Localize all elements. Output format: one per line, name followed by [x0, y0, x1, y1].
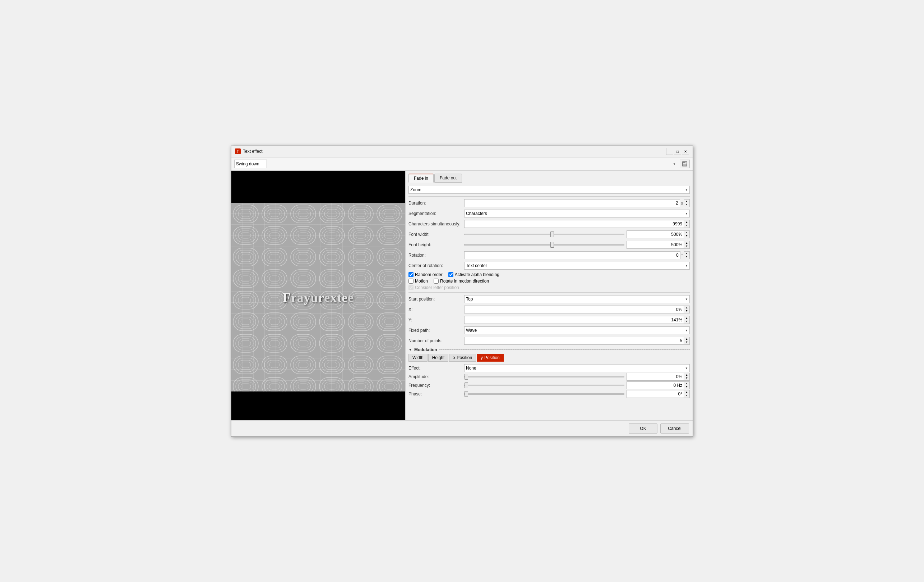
tab-fade-in[interactable]: Fade in	[409, 174, 434, 183]
frequency-input[interactable]	[627, 381, 684, 389]
chars-simultaneously-row: Characters simultaneously: ▲ ▼	[409, 220, 690, 228]
rotation-up[interactable]: ▲	[684, 251, 690, 255]
x-position-down[interactable]: ▼	[684, 309, 690, 312]
y-position-down[interactable]: ▼	[684, 319, 690, 323]
mod-effect-row: Effect: None Sine Triangle Square	[409, 364, 690, 372]
cancel-button[interactable]: Cancel	[660, 423, 689, 433]
num-points-input[interactable]	[464, 337, 684, 345]
phase-arrows: ▲ ▼	[684, 390, 690, 398]
y-position-input[interactable]	[464, 316, 684, 324]
amplitude-down[interactable]: ▼	[684, 376, 690, 380]
modulation-header: ▼ Modulation	[409, 347, 690, 352]
segmentation-select[interactable]: Characters Words Lines	[464, 210, 690, 218]
fade-tabs: Fade in Fade out	[409, 174, 690, 183]
frequency-down[interactable]: ▼	[684, 385, 690, 388]
font-width-up[interactable]: ▲	[684, 231, 690, 234]
rotation-row: Rotation: ° ▲ ▼	[409, 251, 690, 260]
mod-tab-xposition[interactable]: x-Position	[449, 354, 476, 362]
chars-simultaneously-input[interactable]	[464, 220, 684, 228]
motion-label[interactable]: Motion	[415, 279, 428, 284]
num-points-spinbox: ▲ ▼	[464, 337, 690, 345]
frequency-up[interactable]: ▲	[684, 382, 690, 385]
phase-down[interactable]: ▼	[684, 394, 690, 397]
phase-slider[interactable]	[464, 393, 624, 395]
modulation-line	[439, 349, 690, 350]
save-button[interactable]	[680, 160, 690, 168]
modulation-tabs: Width Height x-Position y-Position	[409, 354, 690, 362]
separator	[409, 196, 690, 197]
close-button[interactable]: ✕	[682, 148, 689, 155]
motion-checkbox[interactable]	[409, 279, 414, 284]
font-height-slider[interactable]	[464, 244, 624, 246]
num-points-label: Number of points:	[409, 338, 464, 343]
frequency-slider[interactable]	[464, 385, 624, 386]
center-rotation-select[interactable]: Text center Character center Top left	[464, 262, 690, 270]
chars-simultaneously-up[interactable]: ▲	[684, 220, 690, 223]
amplitude-slider[interactable]	[464, 376, 624, 377]
font-height-input[interactable]	[627, 241, 684, 249]
font-height-up[interactable]: ▲	[684, 241, 690, 245]
duration-label: Duration:	[409, 201, 464, 206]
y-position-up[interactable]: ▲	[684, 316, 690, 319]
amplitude-input[interactable]	[627, 373, 684, 381]
duration-arrows: ▲ ▼	[684, 199, 690, 207]
font-width-down[interactable]: ▼	[684, 234, 690, 237]
x-position-spinbox: ▲ ▼	[464, 306, 690, 314]
mod-tab-height[interactable]: Height	[428, 354, 449, 362]
consider-position-label[interactable]: Consider letter position	[415, 285, 459, 290]
main-content: Frayurextee Fade in Fade out	[231, 171, 693, 420]
tab-fade-out[interactable]: Fade out	[434, 174, 462, 183]
font-width-slider[interactable]	[464, 234, 624, 235]
alpha-blending-checkbox-item: Activate alpha blending	[448, 272, 499, 277]
duration-spinbox: s ▲ ▼	[464, 199, 690, 207]
font-width-input[interactable]	[627, 230, 684, 238]
amplitude-row: Amplitude: ▲ ▼	[409, 372, 690, 381]
mod-tab-width[interactable]: Width	[409, 354, 427, 362]
x-position-input[interactable]	[464, 306, 684, 314]
num-points-down[interactable]: ▼	[684, 341, 690, 344]
font-height-down[interactable]: ▼	[684, 245, 690, 248]
chars-simultaneously-down[interactable]: ▼	[684, 223, 690, 227]
num-points-up[interactable]: ▲	[684, 337, 690, 341]
rotate-motion-label[interactable]: Rotate in motion direction	[440, 279, 489, 284]
random-order-checkbox[interactable]	[409, 272, 414, 277]
fixed-path-select[interactable]: Wave None Circle Line	[464, 326, 690, 334]
amplitude-label: Amplitude:	[409, 374, 464, 379]
frequency-label: Frequency:	[409, 383, 464, 388]
duration-down[interactable]: ▼	[684, 203, 690, 206]
duration-input[interactable]	[464, 199, 680, 207]
mod-tab-yposition[interactable]: y-Position	[477, 354, 504, 362]
consider-position-checkbox[interactable]	[409, 285, 414, 290]
svg-rect-1	[683, 162, 685, 163]
random-order-label[interactable]: Random order	[415, 272, 442, 277]
center-rotation-label: Center of rotation:	[409, 263, 464, 268]
alpha-blending-label[interactable]: Activate alpha blending	[455, 272, 499, 277]
maximize-button[interactable]: □	[674, 148, 681, 155]
rotate-motion-checkbox-item: Rotate in motion direction	[434, 279, 489, 284]
start-position-label: Start position:	[409, 297, 464, 302]
preview-text: Frayurextee	[283, 289, 354, 305]
segmentation-dropdown: Characters Words Lines	[464, 210, 690, 218]
phase-up[interactable]: ▲	[684, 390, 690, 394]
x-position-up[interactable]: ▲	[684, 306, 690, 309]
rotation-down[interactable]: ▼	[684, 255, 690, 258]
rotation-input[interactable]	[464, 251, 680, 259]
minimize-button[interactable]: –	[666, 148, 673, 155]
duration-row: Duration: s ▲ ▼	[409, 199, 690, 207]
duration-up[interactable]: ▲	[684, 200, 690, 203]
start-position-select[interactable]: Top Bottom Left Right Center	[464, 295, 690, 303]
font-width-label: Font width:	[409, 232, 464, 237]
phase-spinbox: ▲ ▼	[627, 390, 690, 398]
font-width-spinbox: ▲ ▼	[627, 230, 690, 238]
mod-effect-label: Effect:	[409, 365, 464, 370]
segmentation-row: Segmentation: Characters Words Lines	[409, 209, 690, 218]
mod-effect-select[interactable]: None Sine Triangle Square	[464, 364, 690, 372]
preset-select[interactable]: Swing down	[234, 160, 267, 168]
phase-input[interactable]	[627, 390, 684, 398]
effect-select[interactable]: Zoom	[409, 186, 690, 194]
x-position-arrows: ▲ ▼	[684, 306, 690, 314]
ok-button[interactable]: OK	[629, 423, 657, 433]
rotate-motion-checkbox[interactable]	[434, 279, 439, 284]
amplitude-up[interactable]: ▲	[684, 373, 690, 376]
alpha-blending-checkbox[interactable]	[448, 272, 454, 277]
